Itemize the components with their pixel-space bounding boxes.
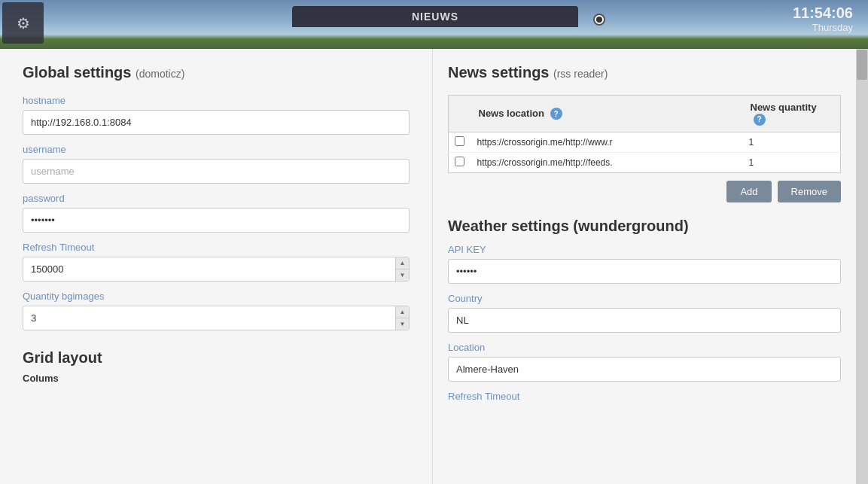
clock-time: 11:54:06: [793, 5, 853, 22]
news-row-2: [449, 152, 841, 172]
quantity-bgimages-down[interactable]: ▼: [396, 318, 409, 330]
clock-day: Thursday: [793, 22, 853, 33]
main-panel: Global settings (domoticz) hostname user…: [0, 49, 856, 484]
colums-label: Colums: [23, 373, 410, 384]
radio-inner: [596, 17, 602, 23]
refresh-timeout-down[interactable]: ▼: [396, 269, 409, 281]
remove-button[interactable]: Remove: [778, 181, 841, 202]
news-location-header: News location ?: [471, 96, 743, 132]
username-label: username: [23, 144, 410, 155]
news-row-1: [449, 132, 841, 152]
news-row-1-quantity-cell: [743, 132, 841, 152]
left-column: Global settings (domoticz) hostname user…: [0, 49, 433, 484]
news-row-1-location-cell: [471, 132, 743, 152]
quantity-bgimages-label: Quantity bgimages: [23, 291, 410, 302]
location-label: Location: [448, 342, 841, 353]
api-key-input[interactable]: [448, 259, 841, 284]
weather-settings-title: Weather settings (wunderground): [448, 218, 841, 235]
news-row-1-quantity-input[interactable]: [749, 137, 794, 148]
news-row-1-checkbox[interactable]: [455, 136, 464, 146]
gear-button[interactable]: ⚙: [2, 2, 44, 44]
api-key-label: API KEY: [448, 244, 841, 255]
scrollbar[interactable]: [856, 49, 868, 484]
radio-button[interactable]: [593, 14, 605, 26]
grid-layout-title: Grid layout: [23, 349, 410, 367]
add-button[interactable]: Add: [726, 181, 771, 202]
news-btn-row: Add Remove: [448, 181, 841, 202]
refresh-timeout-spinner: ▲ ▼: [395, 257, 409, 281]
news-row-1-checkbox-cell: [449, 132, 471, 152]
news-row-1-location-input[interactable]: [477, 137, 737, 148]
topbar: ⚙ NIEUWS 11:54:06 Thursday: [0, 0, 868, 49]
news-row-2-quantity-input[interactable]: [749, 157, 794, 168]
password-label: password: [23, 193, 410, 204]
quantity-bgimages-spinner: ▲ ▼: [395, 306, 409, 330]
news-quantity-header: News quantity ?: [743, 96, 841, 132]
news-row-2-location-input[interactable]: [477, 157, 737, 168]
news-quantity-info-icon[interactable]: ?: [754, 114, 766, 126]
refresh-timeout-up[interactable]: ▲: [396, 257, 409, 269]
news-row-2-location-cell: [471, 152, 743, 172]
quantity-bgimages-input[interactable]: [23, 306, 395, 330]
news-table-check-header: [449, 96, 471, 132]
global-settings-title: Global settings (domoticz): [23, 64, 410, 81]
clock-area: 11:54:06 Thursday: [793, 5, 853, 33]
password-input[interactable]: [23, 208, 410, 233]
quantity-bgimages-up[interactable]: ▲: [396, 306, 409, 318]
country-label: Country: [448, 293, 841, 304]
news-tab[interactable]: NIEUWS: [292, 6, 578, 27]
news-table: News location ? News quantity ?: [448, 95, 841, 173]
right-column: News settings (rss reader) News location…: [433, 49, 856, 484]
news-row-2-quantity-cell: [743, 152, 841, 172]
gear-icon: ⚙: [17, 14, 30, 32]
location-input[interactable]: [448, 357, 841, 382]
weather-refresh-timeout-label: Refresh Timeout: [448, 391, 841, 402]
quantity-bgimages-wrapper: ▲ ▼: [23, 306, 410, 330]
scrollbar-thumb[interactable]: [857, 50, 867, 80]
refresh-timeout-input[interactable]: [23, 257, 395, 281]
news-location-info-icon[interactable]: ?: [550, 108, 562, 120]
hostname-input[interactable]: [23, 110, 410, 135]
news-settings-title: News settings (rss reader): [448, 64, 841, 81]
refresh-timeout-wrapper: ▲ ▼: [23, 257, 410, 282]
refresh-timeout-label: Refresh Timeout: [23, 242, 410, 253]
news-row-2-checkbox-cell: [449, 152, 471, 172]
news-row-2-checkbox[interactable]: [455, 157, 464, 166]
username-input[interactable]: [23, 159, 410, 184]
radio-area: [593, 14, 605, 26]
hostname-label: hostname: [23, 95, 410, 106]
country-input[interactable]: [448, 308, 841, 333]
